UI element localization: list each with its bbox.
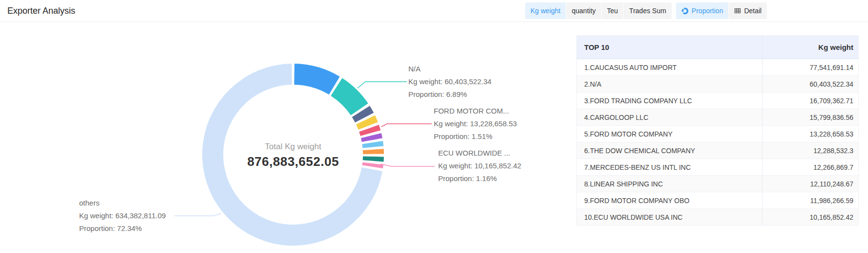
exporter-value-cell: 60,403,522.34	[762, 76, 859, 92]
total-value: 876,883,652.05	[220, 153, 366, 170]
callout-name-line: others	[79, 197, 166, 209]
exporter-value-cell: 16,709,362.71	[762, 92, 859, 109]
exporter-name-cell: 7.MERCEDES-BENZ US INTL INC	[577, 159, 762, 176]
exporter-name-cell: 8.LINEAR SHIPPING INC	[577, 176, 762, 192]
table-row: 7.MERCEDES-BENZ US INTL INC 12,266,869.7	[577, 159, 859, 176]
exporter-analysis-page: Exporter Analysis Kg weight quantity Teu…	[0, 0, 868, 253]
exporter-name-cell: 10.ECU WORLDWIDE USA INC	[577, 209, 762, 226]
exporter-name-cell: 5.FORD MOTOR COMPANY	[577, 126, 762, 142]
donut-segment-caucasus-auto-import[interactable]	[294, 64, 339, 94]
callout-proportion-line: Proportion: 1.16%	[438, 172, 521, 185]
table-row: 1.CAUCASUS AUTO IMPORT 77,541,691.14	[577, 59, 859, 76]
table-header-row: TOP 10 Kg weight	[577, 36, 859, 59]
exporter-name-cell: 4.CARGOLOOP LLC	[577, 109, 762, 126]
top10-table: TOP 10 Kg weight 1.CAUCASUS AUTO IMPORT …	[576, 35, 859, 226]
callout-connector-ecu-worldwide	[381, 164, 435, 166]
exporter-value-cell: 11,986,266.59	[762, 192, 859, 209]
callout-kg-weight-line: Kg weight: 13,228,658.53	[434, 117, 517, 130]
table-header-kg-weight: Kg weight	[762, 36, 859, 59]
callout-ford-motor: FORD MOTOR COM... Kg weight: 13,228,658.…	[434, 105, 517, 143]
table-row: 6.THE DOW CHEMICAL COMPANY 12,288,532.3	[577, 142, 859, 159]
exporter-value-cell: 15,799,836.56	[762, 109, 859, 126]
exporter-name-cell: 1.CAUCASUS AUTO IMPORT	[577, 59, 762, 76]
exporter-name-cell: 3.FORD TRADING COMPANY LLC	[577, 92, 762, 109]
callout-connector-others	[174, 213, 221, 216]
table-row: 2.N/A 60,403,522.34	[577, 76, 859, 92]
callout-kg-weight-line: Kg weight: 634,382,811.09	[79, 209, 166, 222]
callout-proportion-line: Proportion: 1.51%	[434, 130, 517, 143]
callout-name-line: N/A	[408, 63, 491, 75]
table-row: 4.CARGOLOOP LLC 15,799,836.56	[577, 109, 859, 126]
table-row: 9.FORD MOTOR COMPANY OBO 11,986,266.59	[577, 192, 859, 209]
callout-kg-weight-line: Kg weight: 60,403,522.34	[408, 75, 491, 88]
callout-na: N/A Kg weight: 60,403,522.34 Proportion:…	[408, 63, 491, 101]
callout-connector-na	[358, 82, 407, 88]
table-row: 3.FORD TRADING COMPANY LLC 16,709,362.71	[577, 92, 859, 109]
callout-connector-ford-motor	[381, 124, 432, 127]
exporter-name-cell: 2.N/A	[577, 76, 762, 92]
exporter-value-cell: 12,266,869.7	[762, 159, 859, 176]
exporter-value-cell: 12,110,248.67	[762, 176, 859, 192]
top10-table-area: TOP 10 Kg weight 1.CAUCASUS AUTO IMPORT …	[576, 35, 859, 226]
callout-ecu-worldwide: ECU WORLDWIDE ... Kg weight: 10,165,852.…	[438, 147, 521, 185]
exporter-name-cell: 9.FORD MOTOR COMPANY OBO	[577, 192, 762, 209]
exporter-value-cell: 77,541,691.14	[762, 59, 859, 76]
callout-proportion-line: Proportion: 6.89%	[408, 88, 491, 101]
callout-kg-weight-line: Kg weight: 10,165,852.42	[438, 160, 521, 172]
table-row: 5.FORD MOTOR COMPANY 13,228,658.53	[577, 126, 859, 142]
callout-others: others Kg weight: 634,382,811.09 Proport…	[79, 197, 166, 235]
callout-name-line: ECU WORLDWIDE ...	[438, 147, 521, 160]
total-label: Total Kg weight	[220, 140, 366, 153]
exporter-value-cell: 13,228,658.53	[762, 126, 859, 142]
callout-name-line: FORD MOTOR COM...	[434, 105, 517, 117]
table-row: 10.ECU WORLDWIDE USA INC 10,165,852.42	[577, 209, 859, 226]
donut-center-label: Total Kg weight 876,883,652.05	[220, 140, 366, 170]
exporter-name-cell: 6.THE DOW CHEMICAL COMPANY	[577, 142, 762, 159]
exporter-value-cell: 12,288,532.3	[762, 142, 859, 159]
callout-proportion-line: Proportion: 72.34%	[79, 222, 166, 235]
exporter-value-cell: 10,165,852.42	[762, 209, 859, 226]
table-header-top10: TOP 10	[577, 36, 762, 59]
table-row: 8.LINEAR SHIPPING INC 12,110,248.67	[577, 176, 859, 192]
